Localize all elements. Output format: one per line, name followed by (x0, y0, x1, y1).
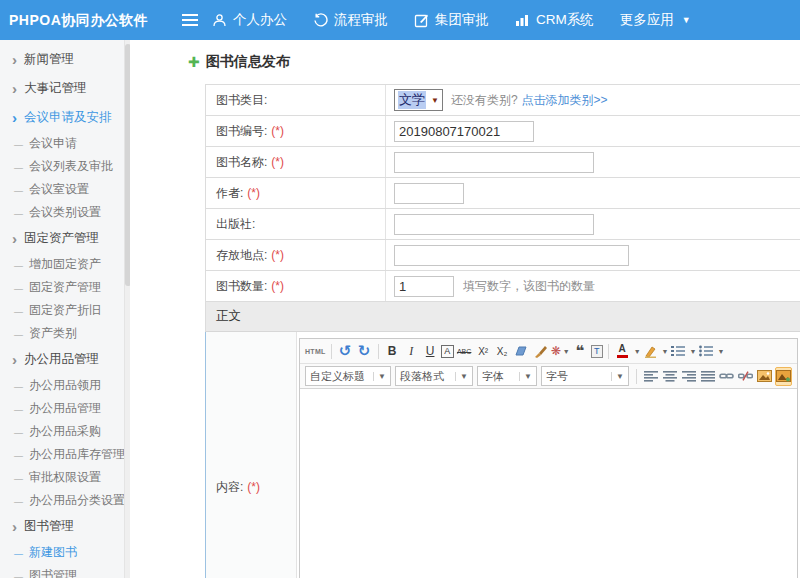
sidebar-item[interactable]: 会议室设置 (0, 178, 130, 201)
field-label: 图书类目: (216, 92, 267, 109)
hamburger-menu-icon[interactable] (182, 14, 198, 29)
dash-icon (14, 304, 29, 318)
sidebar-item[interactable]: 大事记管理 (0, 74, 130, 103)
paragraph-format-select[interactable]: 段落格式▼ (395, 366, 473, 386)
highlight-button[interactable] (642, 342, 659, 361)
strikethrough-button[interactable]: ABC (456, 342, 473, 361)
category-select[interactable]: 文学 ▼ (394, 89, 443, 111)
sidebar-item[interactable]: 办公用品管理 (0, 397, 130, 420)
sidebar-item[interactable]: 会议列表及审批 (0, 155, 130, 178)
sidebar-item[interactable]: 图书管理 (0, 512, 130, 541)
dash-icon (14, 206, 29, 220)
page-title: 图书信息发布 (206, 53, 290, 71)
paste-button[interactable]: T (591, 345, 603, 358)
sidebar-item[interactable]: 图书管理 (0, 564, 130, 578)
required-mark: (*) (247, 480, 260, 494)
plus-icon: ✚ (188, 54, 200, 70)
dash-icon (14, 494, 29, 508)
spellcheck-button[interactable]: ❋▼ (551, 342, 570, 361)
field-label: 图书名称: (216, 154, 267, 171)
sidebar-item[interactable]: 新闻管理 (0, 45, 130, 74)
required-mark: (*) (271, 248, 284, 262)
font-size-select[interactable]: 字号▼ (541, 366, 629, 386)
eraser-button[interactable] (513, 342, 530, 361)
nav-personal-office[interactable]: 个人办公 (212, 11, 287, 29)
redo-button[interactable]: ↻ (356, 342, 373, 361)
book-form: 图书类目: 文学 ▼ 还没有类别? 点击添加类别>> 图书编号:(*) 图书名称… (205, 84, 800, 578)
dash-icon (14, 402, 29, 416)
editor-toolbar-row1: HTML ↺ ↻ B I U A ABC X² X₂ (300, 339, 797, 364)
nav-more-apps[interactable]: 更多应用 ▼ (620, 11, 691, 29)
sidebar-item[interactable]: 固定资产折旧 (0, 299, 130, 322)
history-icon (313, 13, 328, 28)
sidebar-item[interactable]: 固定资产管理 (0, 224, 130, 253)
format-painter-button[interactable] (532, 342, 549, 361)
required-mark: (*) (271, 155, 284, 169)
no-category-text: 还没有类别? (451, 92, 518, 109)
chevron-right-icon (12, 52, 24, 68)
sidebar-item[interactable]: 增加固定资产 (0, 253, 130, 276)
bar-chart-icon (515, 13, 530, 27)
sidebar-item[interactable]: 新建图书 (0, 541, 130, 564)
book-name-input[interactable] (394, 152, 594, 173)
nav-crm-system[interactable]: CRM系统 (515, 11, 594, 29)
sidebar-item[interactable]: 办公用品领用 (0, 374, 130, 397)
form-row-book-number: 图书编号:(*) (205, 116, 800, 147)
font-color-button[interactable]: A (614, 342, 631, 361)
caret-down-icon: ▼ (373, 372, 386, 381)
sidebar-item[interactable]: 固定资产管理 (0, 276, 130, 299)
author-input[interactable] (394, 183, 464, 204)
underline-button[interactable]: U (422, 342, 439, 361)
subscript-button[interactable]: X₂ (494, 342, 511, 361)
field-label: 图书编号: (216, 123, 267, 140)
form-row-category: 图书类目: 文学 ▼ 还没有类别? 点击添加类别>> (205, 85, 800, 116)
sidebar-item[interactable]: 办公用品采购 (0, 420, 130, 443)
align-left-button[interactable] (642, 367, 659, 386)
sidebar: 新闻管理 大事记管理 会议申请及安排 会议申请 会议列表及审批 会议室设置 会议… (0, 40, 130, 578)
sidebar-item[interactable]: 审批权限设置 (0, 466, 130, 489)
bold-button[interactable]: B (384, 342, 401, 361)
publisher-input[interactable] (394, 214, 594, 235)
chevron-right-icon (12, 519, 24, 535)
quantity-input[interactable] (394, 276, 454, 297)
align-center-button[interactable] (661, 367, 678, 386)
sidebar-item[interactable]: 会议申请及安排 (0, 103, 130, 132)
custom-title-select[interactable]: 自定义标题▼ (305, 366, 391, 386)
sidebar-item[interactable]: 办公用品分类设置 (0, 489, 130, 512)
image-button[interactable] (756, 367, 773, 386)
sidebar-item[interactable]: 会议申请 (0, 132, 130, 155)
caret-down-icon: ▼ (690, 348, 697, 355)
unlink-button[interactable] (737, 367, 754, 386)
unordered-list-button[interactable] (697, 342, 714, 361)
edit-square-icon (414, 13, 429, 28)
dash-icon (14, 569, 29, 578)
nav-workflow-approval[interactable]: 流程审批 (313, 11, 388, 29)
sidebar-item[interactable]: 办公用品管理 (0, 345, 130, 374)
font-family-select[interactable]: 字体▼ (477, 366, 537, 386)
body-section-header: 正文 (205, 302, 800, 332)
book-number-input[interactable] (394, 121, 534, 142)
caret-down-icon: ▼ (634, 348, 641, 355)
italic-button[interactable]: I (403, 342, 420, 361)
sidebar-item[interactable]: 资产类别 (0, 322, 130, 345)
sidebar-item[interactable]: 会议类别设置 (0, 201, 130, 224)
location-input[interactable] (394, 245, 629, 266)
html-source-button[interactable]: HTML (305, 342, 326, 361)
ordered-list-button[interactable] (670, 342, 687, 361)
snapshot-button[interactable] (775, 367, 792, 386)
nav-group-approval[interactable]: 集团审批 (414, 11, 489, 29)
autotypeset-button[interactable]: A (441, 345, 454, 358)
sidebar-item[interactable]: 办公用品库存管理 (0, 443, 130, 466)
superscript-button[interactable]: X² (475, 342, 492, 361)
required-mark: (*) (271, 279, 284, 293)
field-label: 存放地点: (216, 247, 267, 264)
undo-button[interactable]: ↺ (337, 342, 354, 361)
align-justify-button[interactable] (699, 367, 716, 386)
dash-icon (14, 448, 29, 462)
blockquote-button[interactable]: ❝ (572, 342, 589, 361)
caret-down-icon: ▼ (519, 372, 532, 381)
editor-content-area[interactable] (300, 389, 797, 578)
add-category-link[interactable]: 点击添加类别>> (522, 92, 608, 109)
align-right-button[interactable] (680, 367, 697, 386)
link-button[interactable] (718, 367, 735, 386)
